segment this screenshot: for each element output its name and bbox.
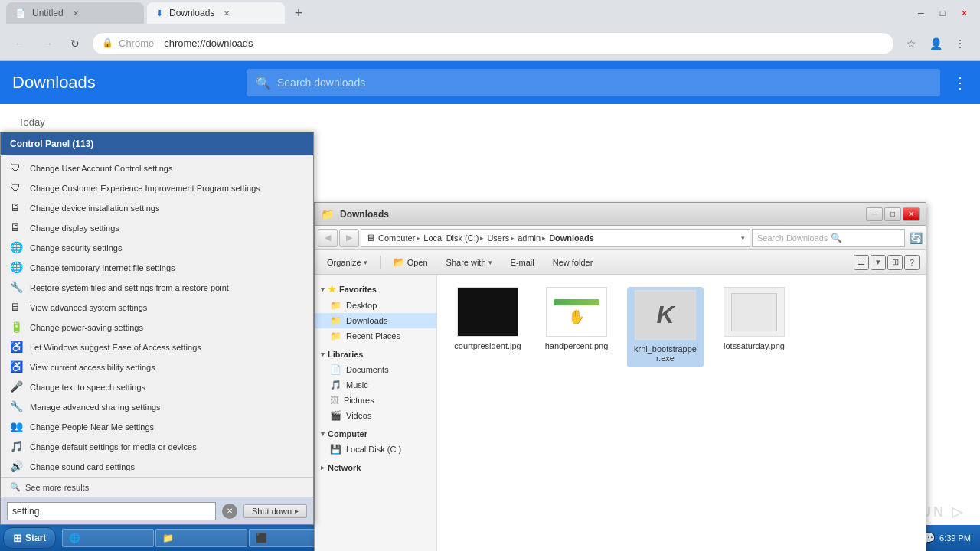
cp-item-7[interactable]: 🖥 View advanced system settings: [1, 298, 313, 318]
organize-button[interactable]: Organize ▾: [321, 256, 374, 269]
breadcrumb-localdisk[interactable]: Local Disk (C:) ▸: [423, 233, 484, 243]
tray-time-display: 6:39 PM: [939, 533, 971, 543]
sidebar-item-music[interactable]: 🎵 Music: [315, 377, 436, 393]
tab-untitled-close[interactable]: ✕: [70, 7, 82, 19]
more-options-icon[interactable]: ⋮: [952, 73, 968, 92]
control-panel-count: Control Panel (113): [10, 139, 93, 149]
start-button[interactable]: ⊞ Start: [3, 527, 56, 549]
sidebar-item-recent-places[interactable]: 📁 Recent Places: [315, 328, 436, 344]
cp-item-13[interactable]: 👥 Change People Near Me settings: [1, 417, 313, 437]
help-button[interactable]: ?: [904, 255, 920, 270]
profile-icon[interactable]: 👤: [925, 33, 946, 54]
downloads-search-bar[interactable]: 🔍: [247, 69, 940, 96]
explorer-back[interactable]: ◀: [318, 229, 338, 247]
view-details-button[interactable]: ⊞: [887, 255, 903, 270]
open-button[interactable]: 📂 Open: [387, 255, 434, 269]
sidebar-item-documents[interactable]: 📄 Documents: [315, 362, 436, 377]
documents-label: Documents: [346, 365, 389, 374]
cp-item-10[interactable]: ♿ View current accessibility settings: [1, 357, 313, 377]
sidebar-item-desktop[interactable]: 📁 Desktop: [315, 298, 436, 313]
share-with-button[interactable]: Share with ▾: [440, 256, 498, 269]
cp-icon-12: 🔧: [10, 400, 24, 414]
taskbar-item-explorer[interactable]: 📁: [155, 529, 247, 547]
cp-item-12[interactable]: 🔧 Manage advanced sharing settings: [1, 397, 313, 417]
explorer-search-icon[interactable]: 🔍: [831, 233, 842, 243]
recent-folder-icon: 📁: [330, 331, 341, 341]
taskbar-item-ie[interactable]: 🌐: [62, 529, 154, 547]
address-dropdown-icon[interactable]: ▾: [741, 234, 745, 242]
tab-untitled-label: Untitled: [32, 8, 64, 18]
breadcrumb-downloads[interactable]: Downloads: [549, 233, 594, 243]
tab-untitled[interactable]: 📄 Untitled ✕: [6, 2, 144, 24]
control-panel-list: 🛡 Change User Account Control settings 🛡…: [1, 155, 313, 477]
sidebar-item-pictures[interactable]: 🖼 Pictures: [315, 393, 436, 408]
refresh-icon[interactable]: 🔄: [910, 232, 923, 244]
cp-item-2[interactable]: 🖥 Change device installation settings: [1, 198, 313, 218]
cp-item-6[interactable]: 🔧 Restore system files and settings from…: [1, 278, 313, 298]
cp-label-14: Change default settings for media or dev…: [30, 442, 197, 452]
tab-downloads-close[interactable]: ✕: [220, 7, 233, 19]
cp-item-1[interactable]: 🛡 Change Customer Experience Improvement…: [1, 178, 313, 198]
cp-label-4: Change security settings: [30, 243, 122, 253]
breadcrumb-computer[interactable]: Computer ▸: [378, 233, 420, 243]
forward-button[interactable]: →: [37, 33, 58, 54]
email-button[interactable]: E-mail: [505, 256, 541, 269]
sidebar-item-videos[interactable]: 🎬 Videos: [315, 408, 436, 423]
close-button[interactable]: ✕: [954, 6, 974, 20]
shutdown-arrow-icon: ▸: [295, 507, 299, 515]
cp-item-15[interactable]: 🔊 Change sound card settings: [1, 457, 313, 477]
cp-item-14[interactable]: 🎵 Change default settings for media or d…: [1, 437, 313, 457]
search-clear-button[interactable]: ✕: [222, 504, 237, 519]
explorer-search-box[interactable]: Search Downloads 🔍: [752, 229, 905, 247]
cp-item-11[interactable]: 🎤 Change text to speech settings: [1, 377, 313, 397]
favorites-header[interactable]: ▾ ★ Favorites: [315, 281, 436, 298]
maximize-button[interactable]: □: [933, 6, 952, 20]
explorer-minimize[interactable]: ─: [866, 207, 883, 221]
breadcrumb-admin[interactable]: admin ▸: [518, 233, 546, 243]
explorer-win-controls: ─ □ ✕: [866, 207, 920, 221]
see-more-results[interactable]: 🔍 See more results: [1, 477, 313, 497]
file-lotssaturday[interactable]: lotssaturday.png: [716, 287, 792, 367]
sidebar-item-downloads[interactable]: 📁 Downloads: [315, 313, 436, 328]
cp-item-8[interactable]: 🔋 Change power-saving settings: [1, 318, 313, 337]
downloads-header: Downloads 🔍 ⋮: [0, 61, 980, 104]
bookmarks-icon[interactable]: ☆: [900, 33, 922, 54]
explorer-forward[interactable]: ▶: [339, 229, 359, 247]
file-thumbnail-lotssaturday: [724, 287, 785, 337]
view-dropdown-button[interactable]: ▾: [871, 255, 886, 270]
explorer-address-bar[interactable]: 🖥 Computer ▸ Local Disk (C:) ▸ Users ▸: [361, 229, 750, 247]
libraries-header[interactable]: ▾ Libraries: [315, 347, 436, 362]
back-button[interactable]: ←: [9, 33, 31, 54]
file-courtpresident[interactable]: courtpresident.jpg: [449, 287, 526, 367]
address-input[interactable]: 🔒 Chrome | chrome://downloads: [92, 32, 894, 55]
file-krnl-bootstrapper[interactable]: K krnl_bootstrapper.exe: [627, 287, 704, 367]
shutdown-button[interactable]: Shut down ▸: [243, 504, 307, 518]
search-input[interactable]: [277, 77, 931, 89]
refresh-button[interactable]: ↻: [64, 33, 86, 54]
new-folder-button[interactable]: New folder: [547, 256, 599, 269]
cp-item-4[interactable]: 🌐 Change security settings: [1, 238, 313, 258]
downloads-sidebar-label: Downloads: [346, 316, 387, 325]
more-icon[interactable]: ⋮: [949, 33, 971, 54]
control-panel-header: Control Panel (113): [1, 132, 313, 155]
computer-header[interactable]: ▾ Computer: [315, 426, 436, 442]
videos-label: Videos: [346, 411, 371, 420]
file-handpercent[interactable]: ✋ handpercent.png: [538, 287, 615, 367]
tab-downloads[interactable]: ⬇ Downloads ✕: [147, 2, 285, 24]
favorites-section: ▾ ★ Favorites 📁 Desktop 📁 Downloads: [315, 281, 436, 344]
breadcrumb-users[interactable]: Users ▸: [487, 233, 514, 243]
minimize-button[interactable]: ─: [911, 6, 931, 20]
ie-icon: 🌐: [69, 533, 80, 543]
view-list-button[interactable]: ☰: [854, 255, 869, 270]
cp-item-9[interactable]: ♿ Let Windows suggest Ease of Access set…: [1, 337, 313, 357]
cp-icon-1: 🛡: [10, 181, 24, 195]
start-search-input[interactable]: [7, 502, 216, 520]
new-tab-button[interactable]: +: [288, 2, 309, 24]
explorer-maximize[interactable]: □: [884, 207, 901, 221]
sidebar-item-local-disk[interactable]: 💾 Local Disk (C:): [315, 442, 436, 457]
cp-item-0[interactable]: 🛡 Change User Account Control settings: [1, 158, 313, 178]
explorer-close[interactable]: ✕: [903, 207, 920, 221]
cp-item-3[interactable]: 🖥 Change display settings: [1, 218, 313, 238]
network-header[interactable]: ▸ Network: [315, 460, 436, 475]
cp-item-5[interactable]: 🌐 Change temporary Internet file setting…: [1, 258, 313, 278]
